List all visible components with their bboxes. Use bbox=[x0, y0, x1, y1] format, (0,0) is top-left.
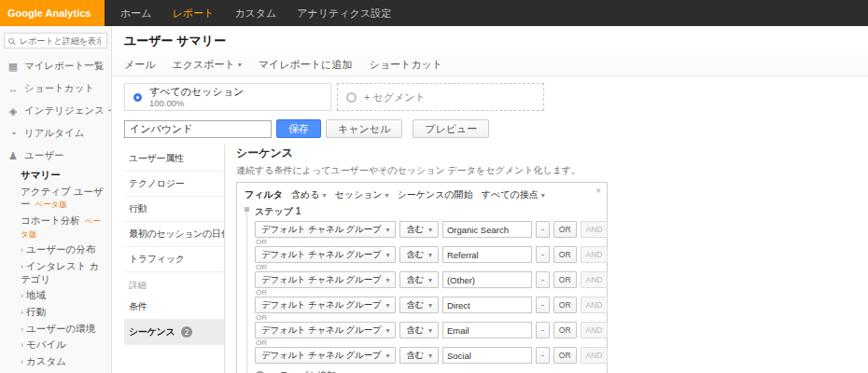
dimension-label: デフォルト チャネル グループ bbox=[261, 325, 381, 337]
remove-condition-button[interactable]: - bbox=[536, 246, 550, 263]
condition-value-input[interactable] bbox=[442, 271, 532, 288]
or-button[interactable]: OR bbox=[553, 322, 577, 338]
sidebar-item-mobile[interactable]: ›モバイル bbox=[19, 337, 109, 353]
sidebar-item-technology[interactable]: ›ユーザーの環境 bbox=[19, 321, 109, 338]
operator-dropdown[interactable]: 含む▾ bbox=[399, 322, 439, 338]
add-to-dashboard-button[interactable]: マイレポートに追加 bbox=[259, 58, 353, 72]
condition-value-input[interactable] bbox=[442, 322, 532, 338]
radio-empty-icon bbox=[346, 92, 357, 103]
operator-dropdown[interactable]: 含む▾ bbox=[399, 271, 439, 288]
filter-scope-dropdown[interactable]: セッション ▾ bbox=[334, 188, 388, 201]
and-button[interactable]: AND bbox=[581, 297, 609, 313]
condition-value-input[interactable] bbox=[442, 246, 532, 263]
dimension-dropdown[interactable]: デフォルト チャネル グループ▾ bbox=[255, 246, 396, 263]
segment-name-input[interactable] bbox=[124, 120, 272, 138]
sidebar-item-geo[interactable]: ›地域 bbox=[19, 287, 109, 304]
sidebar-item-benchmarking[interactable]: ›ベンチマーク bbox=[19, 370, 109, 373]
sidebar-item-intelligence-events[interactable]: ◈ インテリジェンス イベント bbox=[0, 100, 111, 122]
remove-condition-button[interactable]: - bbox=[536, 297, 550, 313]
tab-technology[interactable]: テクノロジー bbox=[124, 172, 224, 197]
tab-demographics[interactable]: ユーザー属性 bbox=[124, 146, 224, 172]
tab-conditions[interactable]: 条件 bbox=[124, 295, 224, 320]
tab-first-session-date[interactable]: 最初のセッションの日付 bbox=[124, 222, 224, 247]
remove-condition-button[interactable]: - bbox=[536, 271, 550, 288]
nav-custom[interactable]: カスタム bbox=[224, 0, 287, 26]
tab-sequences[interactable]: シーケンス 2 bbox=[124, 320, 224, 345]
sequence-builder-box: × フィルタ 含める ▾ セッション ▾ シーケンスの開始 bbox=[236, 182, 608, 373]
email-button[interactable]: メール bbox=[124, 58, 156, 72]
export-button[interactable]: エクスポート ▾ bbox=[173, 58, 242, 72]
or-button[interactable]: OR bbox=[553, 271, 577, 288]
caret-down-icon: ▾ bbox=[428, 251, 432, 259]
segment-text: すべてのセッション 100.00% bbox=[149, 86, 244, 108]
search-input[interactable] bbox=[18, 35, 103, 47]
caret-down-icon: ▾ bbox=[385, 326, 389, 335]
tab-traffic-sources[interactable]: トラフィック bbox=[124, 247, 224, 272]
close-icon[interactable]: × bbox=[595, 186, 601, 196]
and-button[interactable]: AND bbox=[581, 347, 609, 364]
condition-value-input[interactable] bbox=[442, 297, 532, 313]
intelligence-icon: ◈ bbox=[7, 105, 19, 117]
save-button[interactable]: 保存 bbox=[276, 119, 321, 138]
segment-all-sessions[interactable]: すべてのセッション 100.00% bbox=[124, 83, 331, 111]
or-button[interactable]: OR bbox=[553, 246, 577, 263]
dimension-dropdown[interactable]: デフォルト チャネル グループ▾ bbox=[255, 297, 396, 313]
sidebar-item-audience[interactable]: ♟ ユーザー bbox=[0, 145, 111, 167]
and-button[interactable]: AND bbox=[581, 221, 609, 238]
nav-home[interactable]: ホーム bbox=[110, 0, 162, 26]
add-segment-button[interactable]: + セグメント bbox=[337, 83, 544, 111]
nav-reports[interactable]: レポート bbox=[162, 0, 225, 26]
add-step-button[interactable]: + ステップを追加 bbox=[255, 369, 599, 373]
and-button[interactable]: AND bbox=[581, 271, 609, 288]
sidebar-item-demographics[interactable]: ›ユーザーの分布 bbox=[19, 242, 109, 258]
sidebar-item-custom[interactable]: ›カスタム bbox=[19, 353, 109, 370]
dimension-dropdown[interactable]: デフォルト チャネル グループ▾ bbox=[255, 322, 396, 338]
caret-down-icon: ▾ bbox=[428, 226, 432, 234]
shortcut-button[interactable]: ショートカット bbox=[369, 58, 442, 72]
remove-condition-button[interactable]: - bbox=[536, 347, 550, 364]
sidebar-item-label: 行動 bbox=[26, 306, 46, 317]
caret-down-icon: ▾ bbox=[385, 276, 389, 284]
dropdown-value: 含める bbox=[291, 188, 319, 201]
sidebar-item-cohort-analysis[interactable]: コホート分析 ベータ版 bbox=[19, 213, 109, 242]
dimension-dropdown[interactable]: デフォルト チャネル グループ▾ bbox=[255, 221, 396, 238]
filter-include-dropdown[interactable]: 含める ▾ bbox=[291, 188, 326, 201]
sidebar-item-active-users[interactable]: アクティブ ユーザー ベータ版 bbox=[19, 184, 109, 213]
remove-condition-button[interactable]: - bbox=[536, 221, 550, 238]
sidebar-item-shortcuts[interactable]: ↔ ショートカット bbox=[0, 77, 111, 100]
sidebar-item-interests[interactable]: ›インタレスト カテゴリ bbox=[19, 258, 109, 287]
cancel-button[interactable]: キャンセル bbox=[326, 119, 402, 138]
sequence-steps: ステップ 1 デフォルト チャネル グループ▾ 含む▾ - OR AND OR … bbox=[245, 205, 599, 373]
operator-dropdown[interactable]: 含む▾ bbox=[399, 297, 439, 313]
or-button[interactable]: OR bbox=[553, 347, 577, 364]
operator-dropdown[interactable]: 含む▾ bbox=[399, 246, 439, 263]
operator-dropdown[interactable]: 含む▾ bbox=[399, 221, 439, 238]
condition-row: デフォルト チャネル グループ▾ 含む▾ - OR AND bbox=[255, 271, 599, 288]
nav-admin[interactable]: アナリティクス設定 bbox=[287, 0, 401, 26]
condition-value-input[interactable] bbox=[442, 221, 532, 238]
remove-condition-button[interactable]: - bbox=[536, 322, 550, 338]
sidebar-item-label: カスタム bbox=[26, 355, 66, 366]
sidebar-item-behavior[interactable]: ›行動 bbox=[19, 304, 109, 321]
dimension-dropdown[interactable]: デフォルト チャネル グループ▾ bbox=[255, 347, 396, 364]
and-button[interactable]: AND bbox=[581, 322, 609, 338]
sidebar-item-summary[interactable]: サマリー bbox=[19, 167, 109, 184]
tab-behavior[interactable]: 行動 bbox=[124, 197, 224, 222]
left-sidebar: ▦ マイレポート一覧 ↔ ショートカット ◈ インテリジェンス イベント ◔ リ… bbox=[0, 26, 112, 373]
sequence-start-dropdown[interactable]: すべての接点 ▾ bbox=[482, 188, 545, 201]
caret-down-icon: ▾ bbox=[385, 251, 389, 259]
and-button[interactable]: AND bbox=[581, 246, 609, 263]
or-button[interactable]: OR bbox=[553, 297, 577, 313]
dimension-dropdown[interactable]: デフォルト チャネル グループ▾ bbox=[255, 271, 396, 288]
preview-button[interactable]: プレビュー bbox=[413, 119, 489, 138]
condition-value-input[interactable] bbox=[442, 347, 532, 364]
sidebar-item-dashboards[interactable]: ▦ マイレポート一覧 bbox=[0, 55, 111, 77]
or-button[interactable]: OR bbox=[553, 221, 577, 238]
sidebar-item-label: ショートカット bbox=[24, 82, 94, 95]
caret-down-icon: ▾ bbox=[238, 61, 242, 69]
sidebar-search[interactable] bbox=[4, 33, 107, 48]
sidebar-item-real-time[interactable]: ◔ リアルタイム bbox=[0, 122, 111, 145]
google-analytics-logo[interactable]: Google Analytics bbox=[0, 0, 105, 26]
sidebar-item-label: マイレポート一覧 bbox=[24, 60, 104, 73]
operator-dropdown[interactable]: 含む▾ bbox=[399, 347, 439, 364]
